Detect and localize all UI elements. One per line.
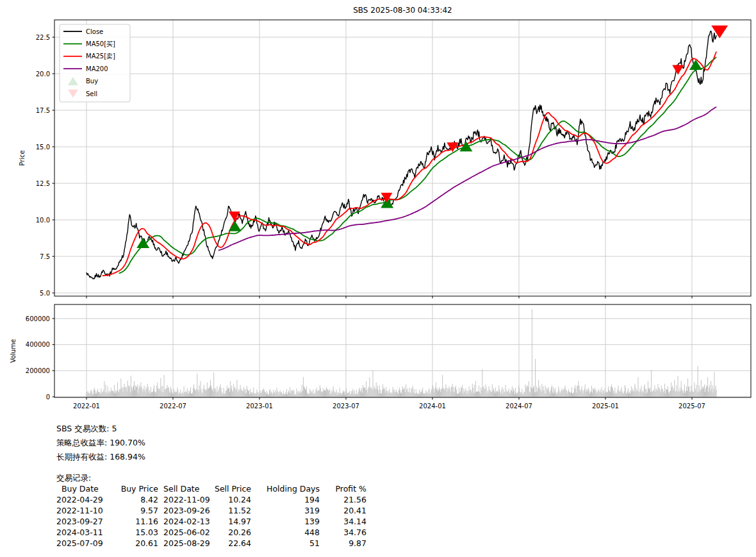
trade-cell: 14.97 <box>213 516 251 527</box>
trade-cell: 11.16 <box>108 516 158 527</box>
trade-cell: 2022-11-09 <box>163 494 213 505</box>
trade-table: Buy Date Buy Price Sell Date Sell Price … <box>56 483 366 549</box>
trade-row: 2024-03-1115.032025-06-0220.2644834.76 <box>56 527 366 538</box>
trade-cell: 2022-04-29 <box>56 494 108 505</box>
stat-trade-count: SBS 交易次数: 5 <box>56 422 366 436</box>
price-tick-label: 5.0 <box>40 290 50 297</box>
trade-cell: 34.76 <box>320 527 366 538</box>
date-tick-label: 2023-07 <box>333 403 359 410</box>
buy-marker <box>136 238 149 248</box>
ma25-line <box>103 52 716 276</box>
price-tick-label: 7.5 <box>40 253 50 260</box>
col-buy-price: Buy Price <box>108 483 158 494</box>
trade-cell: 9.57 <box>108 505 158 516</box>
trade-row: 2023-09-2711.162024-02-1314.9713934.14 <box>56 516 366 527</box>
trade-cell: 2022-11-10 <box>56 505 108 516</box>
trade-cell: 21.56 <box>320 494 366 505</box>
trade-cell: 20.26 <box>213 527 251 538</box>
stat-buyhold-return: 长期持有收益: 168.94% <box>56 450 366 464</box>
axes-spines <box>54 20 751 397</box>
price-axis-label: Price <box>19 150 26 165</box>
trade-cell: 2023-09-26 <box>163 505 213 516</box>
trade-table-title: 交易记录: <box>56 472 366 483</box>
volume-tick-label: 200000 <box>26 367 50 374</box>
trade-row: 2022-04-298.422022-11-0910.2419421.56 <box>56 494 366 505</box>
volume-bars <box>86 309 716 397</box>
legend-item-label: MA25[卖] <box>86 53 115 60</box>
volume-tick-label: 0 <box>46 394 50 401</box>
trade-markers <box>68 26 728 248</box>
chart-title: SBS 2025-08-30 04:33:42 <box>353 6 452 15</box>
close-line <box>86 31 716 279</box>
trade-row: 2022-11-109.572023-09-2611.5231920.41 <box>56 505 366 516</box>
trade-cell: 20.41 <box>320 505 366 516</box>
date-tick-label: 2024-07 <box>505 403 532 410</box>
trade-table-header: Buy Date Buy Price Sell Date Sell Price … <box>56 483 366 494</box>
trade-cell: 51 <box>251 538 320 549</box>
col-sell-date: Sell Date <box>163 483 213 494</box>
price-tick-label: 20.0 <box>36 71 50 78</box>
trade-cell: 2025-07-09 <box>56 538 108 549</box>
col-sell-price: Sell Price <box>213 483 251 494</box>
trade-cell: 2024-02-13 <box>163 516 213 527</box>
legend-item-label: Sell <box>86 90 97 97</box>
trade-cell: 9.87 <box>320 538 366 549</box>
col-holding-days: Holding Days <box>251 483 320 494</box>
price-tick-label: 15.0 <box>36 144 50 151</box>
date-tick-label: 2024-01 <box>419 403 446 410</box>
legend-item-label: Close <box>86 28 103 35</box>
trade-cell: 319 <box>251 505 320 516</box>
trade-cell: 10.24 <box>213 494 251 505</box>
col-buy-date: Buy Date <box>56 483 108 494</box>
trade-cell: 8.42 <box>108 494 158 505</box>
price-tick-label: 17.5 <box>36 107 50 114</box>
buy-marker <box>229 221 242 231</box>
volume-tick-label: 400000 <box>26 341 50 348</box>
trade-cell: 448 <box>251 527 320 538</box>
price-volume-chart: 5.07.510.012.515.017.520.022.50200000400… <box>0 0 756 417</box>
date-tick-label: 2025-07 <box>678 403 705 410</box>
gridlines <box>54 20 751 397</box>
trade-cell: 22.64 <box>213 538 251 549</box>
trade-cell: 2025-08-29 <box>163 538 213 549</box>
sell-marker <box>672 65 684 75</box>
trade-cell: 11.52 <box>213 505 251 516</box>
axis-ticks <box>53 37 693 400</box>
col-profit-pct: Profit % <box>320 483 366 494</box>
trade-table-body: 2022-04-298.422022-11-0910.2419421.56202… <box>56 494 366 549</box>
price-tick-label: 12.5 <box>36 180 50 187</box>
trade-cell: 139 <box>251 516 320 527</box>
buy-marker <box>689 60 702 70</box>
date-tick-label: 2022-07 <box>160 403 186 410</box>
date-tick-label: 2025-01 <box>592 403 619 410</box>
legend-item-label: Buy <box>86 78 98 85</box>
trade-cell: 15.03 <box>108 527 158 538</box>
ma50-line <box>119 57 716 273</box>
price-tick-label: 22.5 <box>36 34 50 41</box>
trade-cell: 20.61 <box>108 538 158 549</box>
legend: CloseMA50[买]MA25[卖]MA200BuySell <box>60 24 130 102</box>
stat-strategy-return: 策略总收益率: 190.70% <box>56 436 366 450</box>
figure-canvas: 5.07.510.012.515.017.520.022.50200000400… <box>0 0 756 557</box>
volume-axis-label: Volume <box>10 339 17 363</box>
volume-tick-label: 600000 <box>26 315 50 322</box>
summary-block: SBS 交易次数: 5 策略总收益率: 190.70% 长期持有收益: 168.… <box>56 422 366 549</box>
trade-cell: 194 <box>251 494 320 505</box>
trade-cell: 2024-03-11 <box>56 527 108 538</box>
trade-cell: 2023-09-27 <box>56 516 108 527</box>
legend-item-label: MA50[买] <box>86 40 115 47</box>
price-tick-label: 10.0 <box>36 217 50 224</box>
legend-item-label: MA200 <box>86 65 108 72</box>
date-tick-label: 2023-01 <box>246 403 273 410</box>
trade-row: 2025-07-0920.612025-08-2922.64519.87 <box>56 538 366 549</box>
trade-cell: 2025-06-02 <box>163 527 213 538</box>
date-tick-label: 2022-01 <box>73 403 100 410</box>
trade-cell: 34.14 <box>320 516 366 527</box>
